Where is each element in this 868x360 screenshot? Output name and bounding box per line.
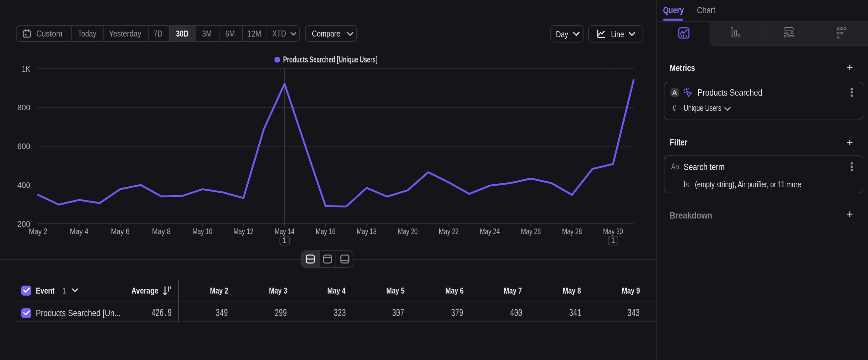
svg-text:May 4: May 4 [70,227,89,236]
svg-text:May 10: May 10 [192,227,212,236]
svg-text:May 28: May 28 [562,227,582,236]
svg-text:May 2: May 2 [29,227,48,236]
svg-text:May 16: May 16 [316,227,336,236]
svg-text:1K: 1K [22,64,30,74]
svg-text:May 18: May 18 [357,227,377,236]
svg-text:May 14: May 14 [275,227,294,236]
svg-text:May 6: May 6 [111,227,130,236]
svg-text:May 12: May 12 [234,227,253,236]
svg-text:May 22: May 22 [439,227,459,236]
svg-text:1: 1 [282,236,287,245]
svg-text:May 8: May 8 [152,227,171,236]
svg-text:800: 800 [17,103,30,112]
svg-text:200: 200 [17,220,30,228]
svg-text:May 30: May 30 [603,227,623,236]
svg-text:600: 600 [17,142,30,151]
svg-text:1: 1 [611,236,615,245]
svg-text:May 20: May 20 [398,227,418,236]
svg-text:400: 400 [17,181,30,190]
svg-text:May 26: May 26 [521,227,541,236]
svg-text:May 24: May 24 [480,227,500,236]
